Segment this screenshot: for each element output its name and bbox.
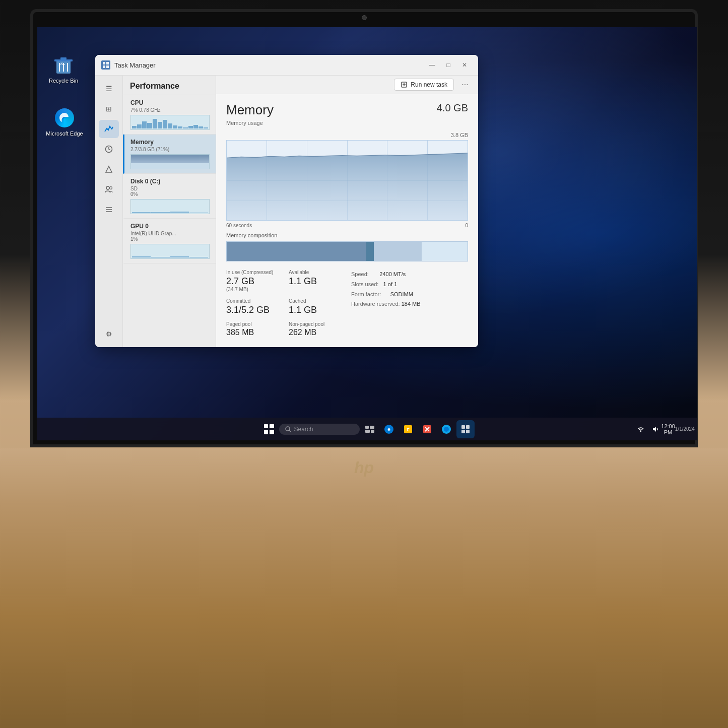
taskbar-app-4[interactable]	[437, 420, 455, 438]
sidebar-settings-btn[interactable]: ⚙	[99, 325, 119, 343]
search-bar[interactable]: Search	[279, 424, 360, 435]
svg-rect-24	[365, 430, 370, 433]
window-controls: — □ ✕	[425, 59, 472, 71]
tm-content: Memory 4.0 GB Memory usage 3.8 GB	[216, 94, 478, 347]
stat-in-use: In use (Compressed) 2.7 GB (34.7 MB)	[226, 270, 281, 292]
run-new-task-button[interactable]: Run new task	[394, 79, 454, 91]
window-title: Task Manager	[114, 61, 421, 69]
non-paged-pool-label: Non-paged pool	[289, 321, 343, 327]
desktop: Recycle Bin Microsoft Edge	[37, 27, 697, 440]
svg-rect-37	[461, 430, 465, 433]
sidebar-startup-btn[interactable]	[99, 160, 119, 178]
more-options-button[interactable]: ···	[458, 79, 472, 91]
taskbar-center: Search	[260, 420, 475, 438]
search-icon	[285, 426, 291, 432]
clock-date: 1/1/2024	[675, 426, 695, 432]
clock-display[interactable]: 12:00 PM 1/1/2024	[664, 422, 692, 436]
task-manager-window: Task Manager — □ ✕ ☰ ⊞	[95, 55, 478, 347]
sidebar-history-btn[interactable]	[99, 140, 119, 158]
hw-reserved-row: Hardware reserved: 184 MB	[351, 299, 468, 309]
edge-label: Microsoft Edge	[46, 130, 83, 137]
taskbar: Search	[37, 418, 697, 440]
stat-non-paged-pool: Non-paged pool 262 MB	[289, 321, 343, 337]
svg-rect-22	[365, 426, 369, 429]
form-label: Form factor:	[351, 291, 381, 297]
svg-text:F: F	[407, 427, 410, 432]
mem-composition-label: Memory composition	[226, 232, 468, 238]
slots-value: 1 of 1	[383, 281, 398, 287]
speaker-icon	[652, 426, 659, 433]
taskbar-app-icon-2: F	[403, 424, 413, 434]
taskbar-system-tray: 12:00 PM 1/1/2024	[634, 422, 692, 436]
disk-sub1: SD	[130, 186, 210, 191]
memory-title-row: Memory 4.0 GB	[226, 102, 468, 118]
svg-marker-11	[106, 166, 112, 172]
comp-in-use	[227, 242, 366, 261]
screen: Recycle Bin Microsoft Edge	[37, 27, 697, 440]
committed-label: Committed	[226, 298, 281, 304]
desktop-icon-recycle-bin[interactable]: Recycle Bin	[43, 55, 84, 84]
gpu-mini-graph	[130, 244, 210, 259]
memory-specs: Speed: 2400 MT/s Slots used:	[351, 270, 468, 309]
disk-sub2: 0%	[130, 191, 210, 197]
network-icon[interactable]	[634, 422, 648, 436]
recycle-bin-label: Recycle Bin	[49, 77, 78, 84]
sidebar-menu-btn[interactable]: ☰	[99, 80, 119, 98]
svg-rect-6	[103, 62, 105, 64]
taskbar-task-manager[interactable]	[456, 420, 475, 438]
perf-item-gpu[interactable]: GPU 0 Intel(R) UHD Grap... 1%	[123, 219, 216, 263]
memory-total: 4.0 GB	[437, 102, 468, 114]
available-label: Available	[289, 270, 343, 275]
in-use-label: In use (Compressed)	[226, 270, 281, 275]
perf-item-memory[interactable]: Memory 2.7/3.8 GB (71%)	[123, 135, 216, 174]
comp-free	[422, 242, 468, 261]
taskbar-app-1[interactable]: e	[380, 420, 398, 438]
in-use-value: 2.7 GB	[226, 276, 281, 287]
slots-row: Slots used: 1 of 1	[351, 280, 468, 290]
svg-point-13	[110, 187, 112, 189]
desktop-icon-edge[interactable]: Microsoft Edge	[44, 108, 85, 137]
perf-item-disk[interactable]: Disk 0 (C:) SD 0%	[123, 174, 216, 219]
paged-pool-value: 385 MB	[226, 328, 281, 337]
sidebar-performance-btn[interactable]	[99, 120, 119, 138]
task-manager-icon	[101, 60, 110, 70]
non-paged-pool-value: 262 MB	[289, 328, 343, 337]
cpu-sub: 7% 0.78 GHz	[130, 107, 210, 113]
sidebar-apps-btn[interactable]: ⊞	[99, 100, 119, 118]
cpu-name: CPU	[130, 99, 210, 106]
tm-toolbar: Run new task ···	[216, 76, 478, 94]
form-row: Form factor: SODIMM	[351, 290, 468, 300]
taskbar-app-2[interactable]: F	[399, 420, 417, 438]
hw-reserved-label: Hardware reserved:	[351, 301, 400, 307]
taskbar-app-3[interactable]	[418, 420, 436, 438]
graph-labels: 60 seconds 0	[226, 223, 468, 228]
hw-reserved-value: 184 MB	[402, 301, 421, 307]
gpu-sub1: Intel(R) UHD Grap...	[130, 231, 210, 236]
stat-committed: Committed 3.1/5.2 GB	[226, 298, 281, 315]
gpu-sub2: 1%	[130, 236, 210, 242]
speed-row: Speed: 2400 MT/s	[351, 270, 468, 280]
svg-text:e: e	[387, 427, 390, 432]
cached-label: Cached	[289, 298, 343, 304]
recycle-bin-icon	[53, 55, 74, 75]
maximize-button[interactable]: □	[441, 59, 456, 71]
perf-item-cpu[interactable]: CPU 7% 0.78 GHz	[123, 95, 216, 135]
taskbar-app-icon-4	[441, 424, 451, 434]
form-value: SODIMM	[390, 291, 413, 297]
taskbar-task-manager-icon	[461, 425, 470, 434]
memory-usage-label: Memory usage	[226, 120, 468, 126]
memory-composition-bar	[226, 241, 468, 261]
sidebar-details-btn[interactable]	[99, 201, 119, 219]
memory-item-sub: 2.7/3.8 GB (71%)	[130, 147, 210, 152]
task-view-button[interactable]	[361, 420, 379, 438]
taskbar-app-icon-3	[422, 424, 432, 434]
gpu-name: GPU 0	[130, 223, 210, 230]
close-button[interactable]: ✕	[457, 59, 472, 71]
stat-cached: Cached 1.1 GB	[289, 298, 343, 315]
sidebar-users-btn[interactable]	[99, 180, 119, 198]
minimize-button[interactable]: —	[425, 59, 440, 71]
start-button[interactable]	[260, 420, 278, 438]
speed-value: 2400 MT/s	[379, 271, 406, 277]
svg-rect-9	[106, 65, 109, 68]
cached-value: 1.1 GB	[289, 305, 343, 315]
